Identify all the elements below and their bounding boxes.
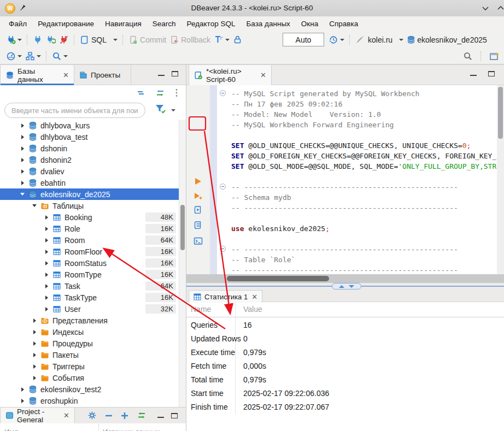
open-console-icon[interactable] bbox=[194, 237, 203, 245]
lock-button[interactable] bbox=[233, 35, 242, 44]
view-menu-icon[interactable] bbox=[175, 88, 178, 97]
collapsed-arrow-icon[interactable] bbox=[44, 215, 49, 220]
link-with-editor-icon[interactable] bbox=[137, 412, 146, 419]
execute-script-icon[interactable] bbox=[194, 205, 203, 215]
tree-item-Task[interactable]: Task64K bbox=[0, 280, 179, 292]
object-search-input[interactable] bbox=[4, 103, 145, 118]
collapsed-arrow-icon[interactable] bbox=[44, 296, 49, 300]
new-connection-button[interactable] bbox=[6, 35, 22, 45]
menu-2[interactable]: Редактирование bbox=[32, 17, 99, 30]
rollback-button[interactable]: Rollback bbox=[169, 35, 210, 45]
tree-item-Триггеры[interactable]: Триггеры bbox=[0, 361, 179, 372]
tree-item-dshonin[interactable]: dshonin bbox=[0, 143, 179, 154]
tree-item-User[interactable]: User32K bbox=[0, 303, 179, 315]
tab-sql-script[interactable]: *<kolei.ru> Script-60 ✕ bbox=[189, 65, 272, 85]
performance-button[interactable] bbox=[6, 51, 22, 61]
stats-row-Start time[interactable]: Start time2025-02-17 09:22:06.036 bbox=[186, 387, 504, 400]
tree-scrollbar[interactable] bbox=[179, 120, 186, 407]
tab-projects[interactable]: Проекты bbox=[74, 65, 131, 85]
transaction-log-button[interactable] bbox=[329, 35, 344, 45]
collapsed-arrow-icon[interactable] bbox=[20, 387, 25, 392]
search-menu-button[interactable] bbox=[52, 51, 68, 61]
fold-gutter[interactable] bbox=[217, 85, 231, 274]
collapsed-arrow-icon[interactable] bbox=[20, 123, 25, 128]
menu-1[interactable]: Файл bbox=[3, 17, 32, 30]
execute-new-tab-icon[interactable] bbox=[194, 192, 203, 200]
collapsed-arrow-icon[interactable] bbox=[32, 364, 37, 369]
fold-marker-icon[interactable] bbox=[220, 90, 226, 96]
menu-4[interactable]: Search bbox=[147, 17, 181, 30]
scrollbar-thumb[interactable] bbox=[227, 276, 329, 281]
minimize-panel-icon[interactable] bbox=[158, 75, 165, 80]
collapse-up-icon[interactable] bbox=[339, 285, 344, 288]
tab-statistics[interactable]: Статистика 1 ✕ bbox=[189, 290, 262, 303]
tree-item-ebahtin[interactable]: ebahtin bbox=[0, 177, 179, 188]
expanded-arrow-icon[interactable] bbox=[32, 204, 37, 207]
stats-row-Execute time[interactable]: Execute time0,979s bbox=[186, 346, 504, 359]
tree-item-Представления[interactable]: Представления bbox=[0, 315, 179, 326]
window-shade-icon[interactable] bbox=[481, 4, 490, 12]
tab-databases[interactable]: Базы данных ✕ bbox=[0, 65, 74, 85]
maximize-panel-icon[interactable] bbox=[171, 413, 178, 418]
horizontal-sash[interactable] bbox=[186, 283, 504, 290]
tree-item-События[interactable]: События bbox=[0, 372, 179, 383]
collapsed-arrow-icon[interactable] bbox=[20, 158, 25, 162]
sash-collapse-control[interactable] bbox=[332, 283, 361, 290]
close-icon[interactable]: ✕ bbox=[63, 412, 69, 419]
tree-item-RoomType[interactable]: RoomType16K bbox=[0, 269, 179, 280]
database-selector[interactable]: ekolesnikov_de2025 bbox=[407, 36, 487, 44]
menu-7[interactable]: Окна bbox=[296, 17, 324, 30]
tree-item-dhlybova_kurs[interactable]: dhlybova_kurs bbox=[0, 120, 179, 131]
collapsed-arrow-icon[interactable] bbox=[32, 318, 37, 323]
gear-icon[interactable] bbox=[87, 411, 97, 420]
fold-marker-icon[interactable] bbox=[220, 246, 226, 252]
collapsed-arrow-icon[interactable] bbox=[44, 227, 49, 231]
tree-item-Таблицы[interactable]: Таблицы bbox=[0, 200, 179, 211]
expanded-arrow-icon[interactable] bbox=[20, 193, 25, 196]
reconnect-button[interactable] bbox=[46, 35, 56, 45]
schema-compare-button[interactable] bbox=[25, 51, 41, 61]
commit-mode-select[interactable]: Auto bbox=[283, 33, 324, 46]
scrollbar-thumb[interactable] bbox=[498, 87, 503, 139]
commit-button[interactable]: Commit bbox=[128, 35, 166, 45]
tree-item-dshonin2[interactable]: dshonin2 bbox=[0, 154, 179, 166]
maximize-panel-icon[interactable] bbox=[172, 71, 178, 76]
menu-5[interactable]: Редактор SQL bbox=[181, 17, 241, 30]
expand-all-icon[interactable] bbox=[121, 412, 128, 420]
sql-code-area[interactable]: -- MySQL Script generated by MySQL Workb… bbox=[231, 85, 496, 274]
sql-editor[interactable]: -- MySQL Script generated by MySQL Workb… bbox=[186, 85, 504, 274]
collapse-all-icon[interactable] bbox=[137, 90, 145, 96]
tab-project-general[interactable]: Project - General ✕ bbox=[0, 408, 75, 423]
tree-item-Booking[interactable]: Booking48K bbox=[0, 211, 179, 223]
tree-item-RoomStatus[interactable]: RoomStatus16K bbox=[0, 257, 179, 269]
execute-script-rows-icon[interactable] bbox=[194, 221, 203, 230]
window-unshade-icon[interactable] bbox=[496, 4, 504, 12]
close-icon[interactable]: ✕ bbox=[251, 293, 257, 300]
collapsed-arrow-icon[interactable] bbox=[44, 250, 49, 254]
collapsed-arrow-icon[interactable] bbox=[20, 169, 25, 174]
tree-item-Процедуры[interactable]: Процедуры bbox=[0, 338, 179, 349]
connect-button[interactable] bbox=[33, 35, 43, 45]
scrollbar-thumb[interactable] bbox=[180, 205, 185, 250]
minimize-editor-icon[interactable] bbox=[470, 75, 477, 80]
maximize-editor-icon[interactable] bbox=[488, 71, 495, 76]
tree-item-Role[interactable]: Role16K bbox=[0, 223, 179, 234]
menu-8[interactable]: Справка bbox=[324, 17, 364, 30]
stats-row-Total time[interactable]: Total time0,979s bbox=[186, 373, 504, 387]
tree-item-dvaliev[interactable]: dvaliev bbox=[0, 166, 179, 177]
tree-item-Пакеты[interactable]: Пакеты bbox=[0, 349, 179, 361]
fold-marker-icon[interactable] bbox=[220, 184, 226, 190]
transaction-mode-button[interactable] bbox=[214, 35, 230, 45]
collapsed-arrow-icon[interactable] bbox=[20, 399, 25, 403]
filter-icon[interactable] bbox=[155, 104, 167, 115]
collapsed-arrow-icon[interactable] bbox=[32, 376, 37, 380]
tree-item-Индексы[interactable]: Индексы bbox=[0, 326, 179, 338]
close-icon[interactable]: ✕ bbox=[260, 72, 266, 79]
quick-search-icon[interactable] bbox=[463, 51, 473, 61]
menu-6[interactable]: База данных bbox=[241, 17, 295, 30]
collapse-down-icon[interactable] bbox=[349, 285, 354, 288]
collapsed-arrow-icon[interactable] bbox=[44, 261, 49, 265]
minimize-panel-icon[interactable] bbox=[157, 417, 164, 422]
open-perspective-icon[interactable] bbox=[489, 51, 500, 61]
stats-row-Updated Rows[interactable]: Updated Rows0 bbox=[186, 332, 504, 346]
